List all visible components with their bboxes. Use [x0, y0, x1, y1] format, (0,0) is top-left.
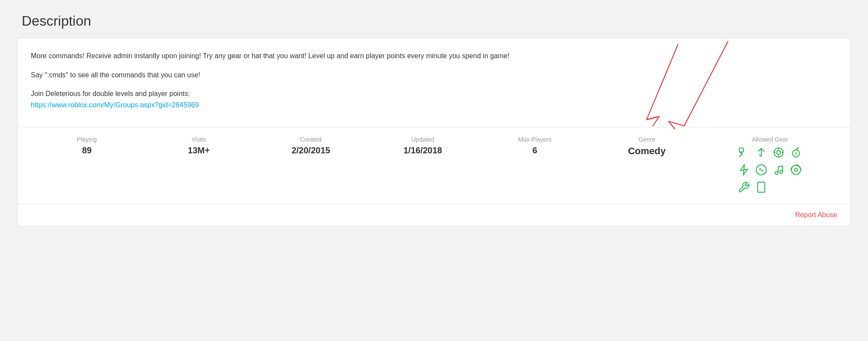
report-abuse-button[interactable]: Report Abuse — [795, 211, 837, 219]
gear-icons-grid — [736, 145, 804, 195]
navigation-icon — [754, 146, 768, 159]
svg-point-7 — [777, 151, 781, 155]
description-panel: More commands! Receive admin instantly u… — [17, 38, 851, 226]
visits-label: Visits — [191, 136, 206, 143]
transport-icon — [789, 163, 803, 177]
playing-value: 89 — [82, 146, 92, 156]
svg-marker-14 — [740, 165, 747, 175]
stat-playing: Playing 89 — [31, 136, 143, 156]
stat-updated: Updated 1/16/2018 — [367, 136, 479, 156]
genre-value: Comedy — [628, 146, 666, 157]
svg-rect-23 — [758, 182, 765, 192]
svg-point-22 — [792, 166, 801, 175]
description-content: More commands! Receive admin instantly u… — [18, 38, 850, 127]
playing-label: Playing — [77, 136, 97, 143]
stat-visits: Visits 13M+ — [143, 136, 255, 156]
social-icon — [754, 163, 768, 177]
build-icon — [737, 180, 751, 194]
melee-icon — [737, 146, 751, 159]
max-players-label: Max Players — [518, 136, 552, 143]
group-link[interactable]: https://www.roblox.com/My/Groups.aspx?gi… — [31, 101, 199, 109]
visits-value: 13M+ — [188, 146, 210, 156]
svg-line-20 — [778, 166, 783, 167]
music-icon — [772, 163, 786, 177]
svg-point-16 — [775, 172, 778, 175]
ranged-icon — [772, 146, 786, 159]
svg-line-3 — [740, 154, 743, 157]
description-paragraph-3: Join Deleterious for double levels and p… — [31, 88, 837, 110]
created-value: 2/20/2015 — [292, 146, 330, 156]
genre-label: Genre — [638, 136, 655, 143]
explosive-icon — [789, 146, 803, 159]
stat-genre: Genre Comedy — [591, 136, 703, 157]
created-label: Created — [300, 136, 322, 143]
description-paragraph-2: Say ":cmds" to see all the commands that… — [31, 70, 837, 81]
stat-max-players: Max Players 6 — [479, 136, 591, 156]
power-up-icon — [737, 163, 751, 177]
allowed-gear-label: Allowed Gear — [752, 136, 788, 143]
footer-section: Report Abuse — [18, 204, 850, 226]
stat-allowed-gear: Allowed Gear — [703, 136, 837, 195]
stats-section: Playing 89 Visits 13M+ Created 2/20/2015… — [18, 127, 850, 204]
svg-point-21 — [795, 169, 798, 172]
device-icon — [754, 180, 768, 194]
svg-point-17 — [780, 171, 783, 174]
max-players-value: 6 — [533, 146, 537, 156]
svg-rect-0 — [740, 148, 743, 152]
page-title: Description — [17, 13, 851, 29]
stat-created: Created 2/20/2015 — [255, 136, 367, 156]
updated-label: Updated — [411, 136, 434, 143]
updated-value: 1/16/2018 — [404, 146, 442, 156]
description-paragraph-1: More commands! Receive admin instantly u… — [31, 50, 837, 62]
